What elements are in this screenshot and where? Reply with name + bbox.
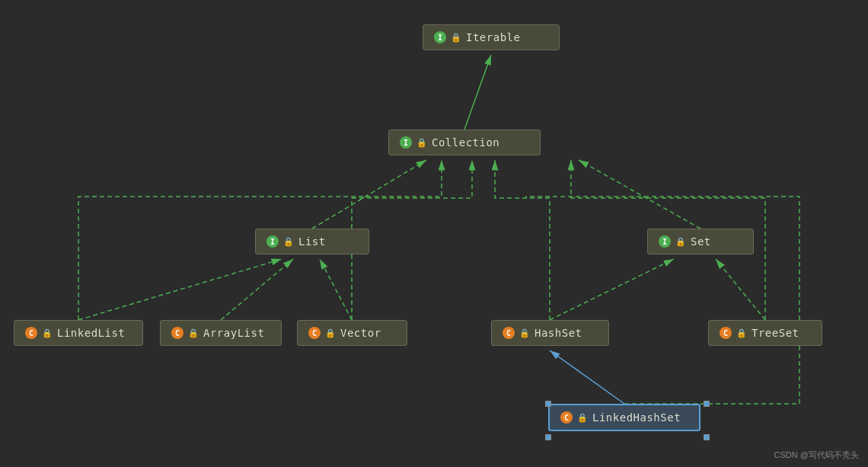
vector-label: Vector xyxy=(340,327,381,339)
treeset-label: TreeSet xyxy=(752,327,799,339)
linkedhashset-lock-icon: 🔒 xyxy=(577,413,588,423)
collection-icon: I xyxy=(400,136,412,149)
collection-node[interactable]: I 🔒 Collection xyxy=(388,130,541,155)
svg-line-4 xyxy=(221,259,293,320)
arraylist-label: ArrayList xyxy=(203,327,264,339)
arraylist-lock-icon: 🔒 xyxy=(188,328,199,338)
linkedhashset-label: LinkedHashSet xyxy=(592,411,681,424)
hashset-icon: C xyxy=(503,327,515,339)
iterable-icon: I xyxy=(434,31,446,43)
linkedhashset-icon: C xyxy=(560,411,573,424)
selection-handle-tr xyxy=(704,401,710,407)
svg-line-5 xyxy=(320,259,352,320)
iterable-lock-icon: 🔒 xyxy=(451,33,461,43)
hashset-node[interactable]: C 🔒 HashSet xyxy=(491,320,609,346)
set-icon: I xyxy=(659,235,671,248)
diagram-container: I 🔒 Iterable I 🔒 Collection I 🔒 List I 🔒… xyxy=(0,0,868,467)
svg-line-7 xyxy=(716,259,765,320)
treeset-lock-icon: 🔒 xyxy=(736,328,747,338)
set-label: Set xyxy=(691,235,711,248)
iterable-node[interactable]: I 🔒 Iterable xyxy=(423,24,560,50)
vector-icon: C xyxy=(308,327,321,339)
iterable-label: Iterable xyxy=(466,31,520,43)
watermark: CSDN @写代码不秃头 xyxy=(774,449,859,461)
arraylist-node[interactable]: C 🔒 ArrayList xyxy=(160,320,282,346)
svg-line-1 xyxy=(312,160,426,229)
list-label: List xyxy=(298,235,326,248)
svg-line-3 xyxy=(78,259,282,320)
selection-handle-tl xyxy=(545,401,551,407)
svg-line-0 xyxy=(464,55,491,130)
selection-handle-br xyxy=(704,434,710,440)
selection-handle-bl xyxy=(545,434,551,440)
hashset-label: HashSet xyxy=(535,327,582,339)
list-lock-icon: 🔒 xyxy=(283,237,294,247)
vector-lock-icon: 🔒 xyxy=(325,328,336,338)
arraylist-icon: C xyxy=(171,327,183,339)
list-node[interactable]: I 🔒 List xyxy=(255,229,369,254)
svg-line-6 xyxy=(550,259,674,320)
linkedlist-lock-icon: 🔒 xyxy=(42,328,53,338)
svg-line-8 xyxy=(550,350,624,404)
linkedlist-node[interactable]: C 🔒 LinkedList xyxy=(14,320,143,346)
list-icon: I xyxy=(266,235,279,248)
svg-line-2 xyxy=(579,160,700,229)
vector-node[interactable]: C 🔒 Vector xyxy=(297,320,407,346)
collection-lock-icon: 🔒 xyxy=(416,138,427,148)
collection-label: Collection xyxy=(432,136,499,149)
linkedhashset-node[interactable]: C 🔒 LinkedHashSet xyxy=(548,404,700,431)
set-lock-icon: 🔒 xyxy=(675,237,686,247)
treeset-icon: C xyxy=(720,327,732,339)
set-node[interactable]: I 🔒 Set xyxy=(647,229,754,254)
linkedlist-label: LinkedList xyxy=(57,327,125,339)
treeset-node[interactable]: C 🔒 TreeSet xyxy=(708,320,822,346)
linkedlist-icon: C xyxy=(25,327,37,339)
hashset-lock-icon: 🔒 xyxy=(519,328,530,338)
